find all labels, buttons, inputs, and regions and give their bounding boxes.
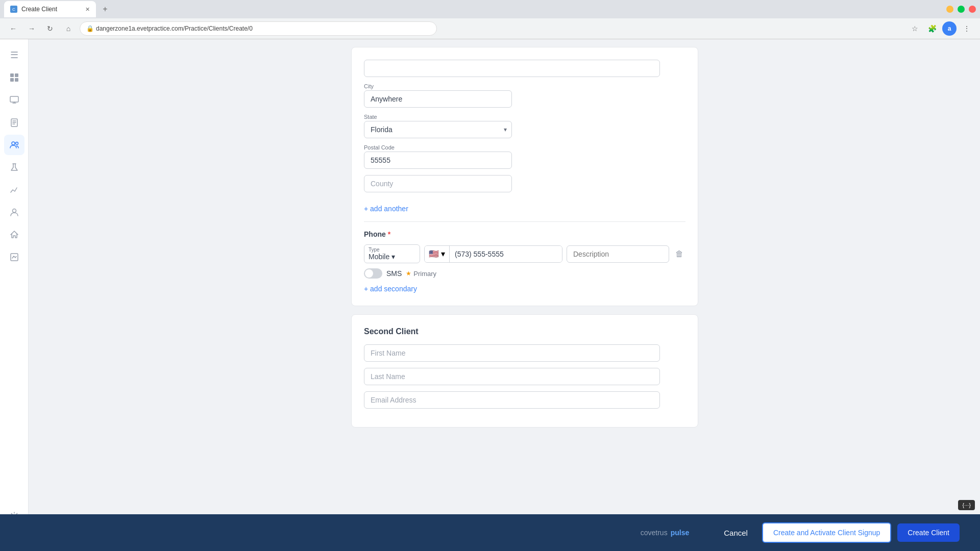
phone-type-chevron-icon: ▾ [391, 253, 395, 261]
city-field-group: City [364, 83, 685, 108]
active-tab[interactable]: C Create Client ✕ [4, 1, 96, 17]
back-button[interactable]: ← [6, 21, 20, 36]
primary-link[interactable]: ★ Primary [406, 270, 436, 278]
add-secondary-link[interactable]: + add secondary [364, 285, 417, 293]
tab-close-button[interactable]: ✕ [85, 6, 90, 13]
pulse-text: pulse [671, 529, 690, 537]
flag-chevron-icon: ▾ [441, 249, 445, 259]
primary-label: Primary [413, 270, 436, 278]
star-icon: ★ [406, 270, 411, 277]
sidebar-item-lab[interactable] [4, 157, 24, 178]
phone-label-text: Phone [364, 230, 386, 238]
phone-label: Phone * [364, 230, 685, 238]
close-button[interactable] [969, 6, 976, 13]
second-client-firstname-group [364, 344, 685, 362]
svg-rect-0 [10, 73, 14, 77]
second-client-lastname-input[interactable] [364, 368, 660, 385]
home-nav-button[interactable]: ⌂ [61, 21, 76, 36]
phone-section: Phone * Type Mobile ▾ [364, 230, 685, 293]
extensions-button[interactable]: 🧩 [925, 21, 939, 36]
phone-type-text: Mobile [369, 253, 389, 261]
phone-number-wrapper: 🇺🇸 ▾ [424, 245, 562, 263]
required-indicator: * [388, 230, 390, 238]
tab-title: Create Client [21, 6, 57, 13]
city-input[interactable] [364, 90, 512, 108]
main-content: City State Florida Alabama Alaska Arizon… [29, 39, 980, 551]
second-client-firstname-input[interactable] [364, 344, 660, 362]
sidebar-item-clipboard[interactable] [4, 112, 24, 133]
second-client-lastname-group [364, 368, 685, 385]
covetrus-brand: covetrus pulse [641, 529, 690, 537]
covetrus-text: covetrus [641, 529, 668, 537]
left-sidebar: ☰ [0, 39, 29, 551]
forward-button[interactable]: → [24, 21, 39, 36]
sidebar-item-clients[interactable] [4, 135, 24, 155]
sidebar-item-dashboard[interactable] [4, 67, 24, 88]
sidebar-item-home[interactable] [4, 224, 24, 245]
sidebar-item-reports[interactable] [4, 247, 24, 267]
tab-favicon: C [10, 6, 17, 13]
svg-point-6 [12, 142, 15, 145]
sidebar-item-users[interactable] [4, 202, 24, 222]
state-label: State [364, 114, 685, 120]
phone-description-input[interactable] [567, 245, 669, 263]
postal-code-input[interactable] [364, 152, 512, 169]
city-label: City [364, 83, 685, 89]
phone-flag-selector[interactable]: 🇺🇸 ▾ [425, 246, 450, 262]
svg-rect-1 [15, 73, 18, 77]
menu-button[interactable]: ⋮ [960, 21, 974, 36]
footer-bar: covetrus pulse Cancel Create and Activat… [0, 514, 980, 551]
phone-type-value: Mobile ▾ [369, 253, 415, 261]
sidebar-item-monitor[interactable] [4, 90, 24, 110]
add-another-link[interactable]: + add another [364, 205, 408, 213]
county-input[interactable] [364, 175, 512, 192]
county-field-group [364, 175, 685, 192]
sms-label: SMS [386, 269, 402, 278]
maximize-button[interactable] [958, 6, 965, 13]
second-client-title: Second Client [364, 327, 685, 336]
state-select[interactable]: Florida Alabama Alaska Arizona Californi… [364, 121, 512, 138]
create-client-button[interactable]: Create Client [897, 523, 960, 542]
phone-row: Type Mobile ▾ 🇺🇸 ▾ [364, 244, 685, 263]
divider-1 [364, 221, 685, 222]
cancel-button[interactable]: Cancel [716, 523, 756, 542]
second-client-email-group [364, 391, 685, 409]
profile-button[interactable]: a [942, 21, 957, 36]
postal-code-label: Postal Code [364, 144, 685, 151]
svg-point-8 [12, 209, 16, 213]
svg-rect-3 [15, 78, 18, 82]
flag-emoji: 🇺🇸 [429, 249, 439, 259]
sms-row: SMS ★ Primary [364, 268, 685, 279]
svg-rect-4 [10, 96, 18, 102]
phone-type-selector[interactable]: Type Mobile ▾ [364, 244, 420, 263]
devtools-badge[interactable]: {···} [958, 500, 975, 510]
url-text: dangerzone1a.evetpractice.com/Practice/C… [96, 25, 253, 32]
delete-phone-button[interactable]: 🗑 [673, 247, 685, 261]
new-tab-button[interactable]: + [98, 2, 112, 16]
activate-client-signup-button[interactable]: Create and Activate Client Signup [762, 522, 891, 543]
sms-toggle[interactable] [364, 268, 382, 279]
url-bar[interactable]: 🔒 dangerzone1a.evetpractice.com/Practice… [80, 21, 437, 36]
svg-point-7 [15, 142, 18, 145]
sidebar-item-menu[interactable]: ☰ [4, 45, 24, 65]
devtools-label: {···} [962, 502, 971, 508]
second-client-email-input[interactable] [364, 391, 660, 409]
phone-type-label: Type [369, 247, 415, 253]
postal-code-field-group: Postal Code [364, 144, 685, 169]
reload-button[interactable]: ↻ [43, 21, 57, 36]
bookmark-button[interactable]: ☆ [908, 21, 922, 36]
toggle-knob [365, 269, 373, 278]
state-field-group: State Florida Alabama Alaska Arizona Cal… [364, 114, 685, 138]
phone-number-input[interactable] [450, 246, 562, 262]
sidebar-item-analytics[interactable] [4, 180, 24, 200]
minimize-button[interactable] [946, 6, 953, 13]
svg-rect-2 [10, 78, 14, 82]
user-avatar: a [942, 21, 957, 36]
address-line-input[interactable] [364, 60, 660, 77]
